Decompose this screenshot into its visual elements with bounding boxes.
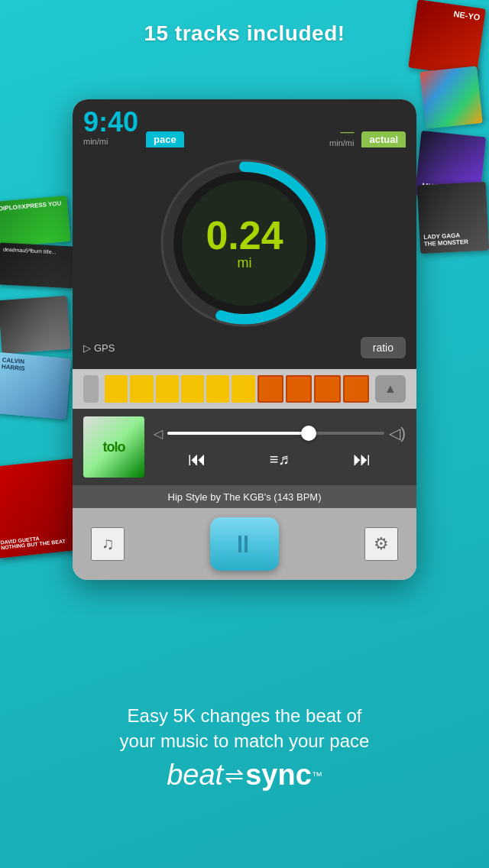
- beat-seg-8: [286, 375, 312, 403]
- actual-minus: —: [340, 125, 354, 138]
- album-akon: [0, 296, 70, 354]
- tagline-line1: Easy 5K changes the beat of: [128, 705, 362, 726]
- tagline-line2: your music to match your pace: [120, 730, 370, 751]
- gps-text: GPS: [94, 342, 115, 354]
- music-player: tolo ◁ ◁) ⏮ ≡♬ ⏭: [73, 409, 416, 485]
- volume-fill: [167, 432, 309, 435]
- beat-seg-1: [105, 375, 128, 403]
- album-colorful: [419, 66, 482, 128]
- volume-high-icon: ◁): [389, 424, 406, 442]
- actual-badge[interactable]: actual: [361, 131, 406, 147]
- beat-bar: [105, 375, 369, 403]
- brand-tm: ™: [312, 769, 322, 782]
- gear-icon: ⚙: [374, 534, 389, 554]
- speedometer-area: 0.24 mi ▷ GPS ratio: [73, 147, 416, 369]
- volume-low-icon: ◁: [154, 426, 163, 441]
- tagline: Easy 5K changes the beat of your music t…: [0, 703, 489, 754]
- album-diplo: [0, 196, 70, 248]
- next-button[interactable]: ⏭: [353, 449, 371, 470]
- pace-badge[interactable]: pace: [146, 131, 184, 147]
- beat-seg-3: [156, 375, 179, 403]
- brand-beat: beat: [167, 759, 223, 792]
- gps-arrow-icon: ▷: [83, 342, 91, 354]
- app-header: 9:40 min/mi pace — min/mi actual: [73, 99, 416, 147]
- speedo-center: 0.24 mi: [157, 155, 332, 331]
- beat-seg-5: [206, 375, 229, 403]
- up-arrow-icon: ▲: [384, 382, 397, 396]
- settings-button[interactable]: ⚙: [364, 527, 398, 561]
- album-art-text: tolo: [103, 439, 125, 455]
- beat-bar-left-handle: [83, 375, 99, 403]
- pace-display: 9:40 min/mi: [83, 108, 138, 147]
- album-gaga-monster: [417, 182, 489, 254]
- volume-thumb: [301, 426, 316, 441]
- volume-row: ◁ ◁): [154, 424, 406, 442]
- playlist-button[interactable]: ≡♬: [270, 451, 290, 468]
- album-art-small: tolo: [83, 416, 144, 478]
- play-bar: ♫ ⏸ ⚙: [73, 508, 416, 580]
- volume-slider[interactable]: [167, 432, 384, 435]
- beat-seg-6: [232, 375, 254, 403]
- speedo-unit: mi: [238, 255, 252, 271]
- music-note-icon: ♫: [102, 534, 115, 554]
- player-controls: ◁ ◁) ⏮ ≡♬ ⏭: [154, 424, 406, 470]
- beat-bar-area: ▲: [73, 369, 416, 409]
- ratio-button[interactable]: ratio: [361, 337, 406, 358]
- pause-button[interactable]: ⏸: [210, 517, 279, 571]
- album-deadmau5: [0, 242, 76, 288]
- gps-ratio-row: ▷ GPS ratio: [83, 337, 406, 358]
- brand-name: beat⇌sync™: [0, 759, 489, 792]
- bottom-text: Easy 5K changes the beat of your music t…: [0, 703, 489, 792]
- transport-row: ⏮ ≡♬ ⏭: [154, 449, 406, 470]
- pause-icon: ⏸: [231, 530, 258, 559]
- device-container: 9:40 min/mi pace — min/mi actual: [73, 99, 416, 580]
- speedo-value: 0.24: [206, 215, 283, 255]
- beat-up-button[interactable]: ▲: [375, 375, 406, 403]
- brand-sync: sync: [245, 759, 312, 792]
- actual-display: — min/mi: [329, 125, 354, 147]
- prev-button[interactable]: ⏮: [188, 449, 206, 470]
- beat-seg-4: [181, 375, 204, 403]
- pace-unit: min/mi: [83, 136, 108, 147]
- track-info: Hip Style by The KGB's (143 BPM): [73, 485, 416, 508]
- music-icon-button[interactable]: ♫: [91, 527, 125, 561]
- track-name: Hip Style by The KGB's (143 BPM): [168, 491, 322, 503]
- beat-seg-10: [343, 375, 369, 403]
- beat-seg-7: [257, 375, 283, 403]
- gps-label: ▷ GPS: [83, 342, 115, 354]
- actual-unit: min/mi: [329, 138, 354, 147]
- beat-seg-9: [314, 375, 340, 403]
- speedometer-ring: 0.24 mi: [157, 155, 332, 331]
- beat-seg-2: [130, 375, 153, 403]
- brand-arrows: ⇌: [225, 762, 244, 789]
- pace-time: 9:40: [83, 108, 138, 136]
- album-calvin-harris: [0, 352, 71, 419]
